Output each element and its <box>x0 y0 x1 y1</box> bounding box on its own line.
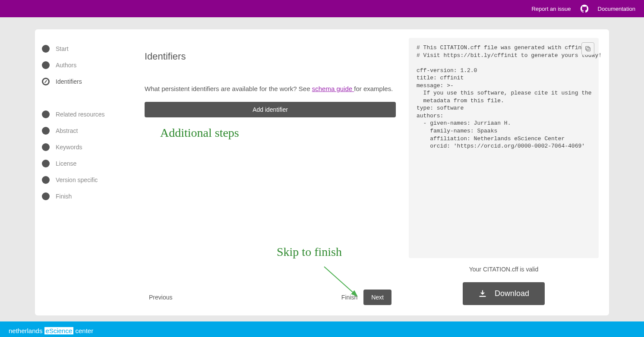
topbar: Report an issue Documentation <box>0 0 644 17</box>
app-card: Start Authors Identifiers Related resour… <box>35 29 609 315</box>
previous-button[interactable]: Previous <box>149 294 172 301</box>
step-finish[interactable]: Finish <box>41 188 123 205</box>
step-identifiers[interactable]: Identifiers <box>41 73 123 90</box>
preview-panel: # This CITATION.cff file was generated w… <box>409 38 599 305</box>
description-text: What persistent identifiers are availabl… <box>145 84 396 94</box>
github-icon[interactable] <box>580 4 589 13</box>
copy-icon <box>584 45 591 52</box>
finish-link[interactable]: Finish <box>341 294 357 301</box>
next-button[interactable]: Next <box>363 290 391 305</box>
schema-guide-link[interactable]: schema guide <box>312 85 354 92</box>
step-related-resources[interactable]: Related resources <box>41 106 123 123</box>
svg-rect-0 <box>587 47 590 51</box>
step-keywords[interactable]: Keywords <box>41 139 123 155</box>
main-form: Identifiers What persistent identifiers … <box>132 38 400 305</box>
step-authors[interactable]: Authors <box>41 57 123 73</box>
step-version-specific[interactable]: Version specific <box>41 172 123 188</box>
page-title: Identifiers <box>145 51 396 62</box>
step-sidebar: Start Authors Identifiers Related resour… <box>41 38 123 305</box>
footer: netherlands eScience center <box>0 321 644 337</box>
download-icon <box>478 290 487 298</box>
add-identifier-button[interactable]: Add identifier <box>145 102 396 117</box>
validation-status: Your CITATION.cff is valid <box>409 266 599 273</box>
step-start[interactable]: Start <box>41 41 123 57</box>
footer-brand: netherlands eScience center <box>9 327 93 334</box>
code-preview: # This CITATION.cff file was generated w… <box>409 38 599 258</box>
copy-button[interactable] <box>581 42 594 55</box>
svg-rect-2 <box>480 296 485 297</box>
code-text: # This CITATION.cff file was generated w… <box>417 44 602 149</box>
documentation-link[interactable]: Documentation <box>598 6 635 12</box>
step-abstract[interactable]: Abstract <box>41 123 123 139</box>
step-license[interactable]: License <box>41 155 123 172</box>
download-button[interactable]: Download <box>463 282 545 305</box>
svg-rect-1 <box>586 47 589 50</box>
nav-row: Previous Finish Next <box>145 285 396 305</box>
report-issue-link[interactable]: Report an issue <box>531 6 571 12</box>
